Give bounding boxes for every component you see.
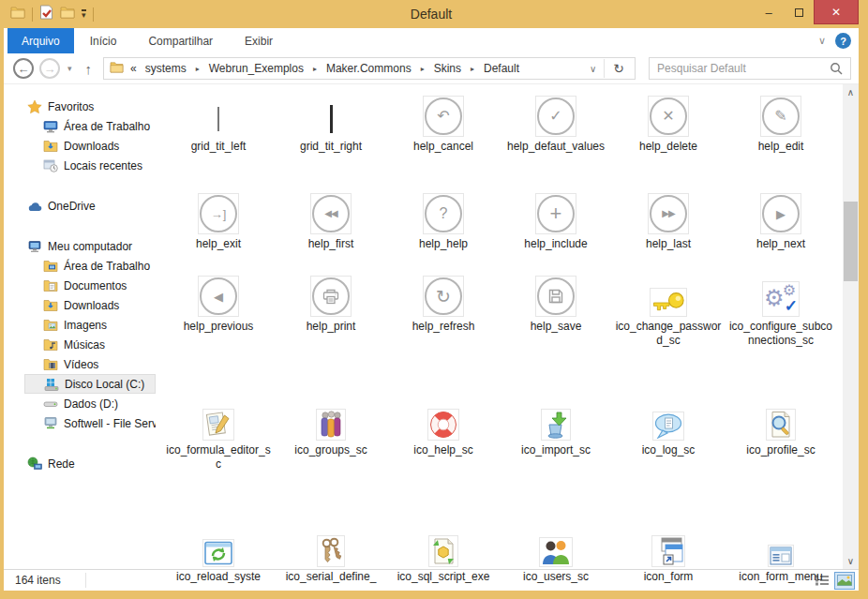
file-item[interactable]: icon_form_menu [725, 522, 837, 584]
file-item[interactable]: ✎ help_edit [725, 92, 837, 154]
file-item[interactable]: ◀ help_previous [162, 272, 275, 348]
sidebar-item-label: Rede [48, 457, 75, 471]
breadcrumb-separator-icon[interactable]: ▸ [310, 65, 320, 73]
file-item[interactable]: ico_reload_syste [162, 522, 275, 584]
sidebar-item-videos[interactable]: Vídeos [4, 354, 156, 374]
file-item[interactable]: ico_help_sc [387, 396, 500, 472]
address-bar[interactable]: « systems ▸ Webrun_Exemplos ▸ Maker.Comm… [103, 57, 636, 80]
scrollbar-thumb[interactable] [844, 202, 858, 281]
file-item[interactable]: help_save [500, 272, 612, 348]
sidebar-item-onedrive[interactable]: OneDrive [4, 196, 156, 216]
file-item[interactable]: ico_groups_sc [275, 396, 387, 472]
file-item[interactable]: ✓ help_defaut_values [500, 92, 612, 154]
refresh-icon[interactable]: ↻ [605, 61, 633, 76]
tab-compartilhar[interactable]: Compartilhar [132, 28, 229, 53]
sidebar-item-area-de-trabalho[interactable]: Área de Trabalho [4, 116, 156, 136]
breadcrumb-segment[interactable]: Webrun_Exemplos [207, 62, 306, 75]
sidebar-item-favoritos[interactable]: Favoritos [4, 97, 156, 116]
search-box[interactable] [649, 57, 851, 80]
tab-exibir[interactable]: Exibir [229, 28, 289, 53]
file-item[interactable]: ico_formula_editor_sc [162, 396, 275, 472]
file-item[interactable]: ico_change_password_sc [612, 272, 725, 348]
file-label: help_delete [639, 140, 697, 154]
file-item[interactable]: ico_import_sc [500, 396, 612, 472]
file-item[interactable]: ico_profile_sc [725, 396, 837, 472]
sidebar-item-downloads-pc[interactable]: Downloads [4, 295, 156, 315]
file-label: help_first [308, 237, 354, 251]
file-item[interactable]: + help_include [500, 189, 612, 251]
file-label: help_refresh [412, 320, 475, 334]
file-label: ico_users_sc [523, 570, 589, 584]
title-bar: ▾ Default – ✕ [4, 0, 859, 28]
search-input[interactable] [650, 62, 822, 75]
sidebar-item-downloads[interactable]: Downloads [4, 136, 156, 156]
file-item[interactable]: ↻ help_refresh [387, 272, 500, 348]
previous-circle-icon: ◀ [200, 277, 237, 315]
file-item[interactable]: →] help_exit [162, 189, 275, 251]
sidebar-item-musicas[interactable]: Músicas [4, 335, 156, 354]
breadcrumb-separator-icon[interactable]: ▸ [468, 65, 477, 73]
file-label: help_cancel [413, 140, 473, 154]
help-icon[interactable]: ? [835, 33, 851, 49]
breadcrumb-segment[interactable]: Skins [432, 62, 463, 75]
system-drive-icon [44, 377, 59, 392]
scroll-down-icon[interactable]: ∨ [843, 553, 859, 569]
sidebar-item-documentos[interactable]: Documentos [4, 276, 156, 295]
up-button[interactable]: ↑ [80, 61, 98, 77]
file-label: help_previous [184, 320, 254, 334]
file-item[interactable]: ✕ help_delete [612, 92, 725, 154]
sidebar-item-disco-local-c[interactable]: Disco Local (C:) [24, 374, 156, 394]
file-item[interactable]: ⚙⚙✓ ico_configure_subconnections_sc [725, 272, 837, 348]
breadcrumb-segment[interactable]: Maker.Commons [324, 62, 413, 75]
sidebar-item-meu-computador[interactable]: Meu computador [4, 236, 156, 256]
tab-inicio[interactable]: Início [74, 28, 133, 53]
file-item[interactable]: ▶▶ help_last [612, 189, 725, 251]
scroll-up-icon[interactable]: ∧ [843, 84, 859, 100]
form-menu-window-icon [768, 545, 794, 567]
status-separator [85, 573, 86, 588]
thumbnails-view-button[interactable] [834, 572, 855, 590]
vertical-scrollbar[interactable]: ∧ ∨ [843, 84, 859, 569]
minimize-button[interactable]: – [754, 0, 784, 24]
sidebar-item-label: Favoritos [48, 100, 94, 113]
file-item[interactable]: grid_tit_right [275, 92, 387, 154]
file-item[interactable]: ▶ help_next [725, 189, 837, 251]
sidebar-item-locais-recentes[interactable]: Locais recentes [4, 156, 156, 175]
file-item[interactable]: ico_users_sc [500, 522, 612, 584]
address-dropdown-icon[interactable]: ∨ [582, 64, 604, 74]
back-button[interactable]: ← [13, 58, 34, 79]
downloads-folder-icon [43, 298, 58, 313]
file-item[interactable]: ico_sql_script_exe [387, 522, 500, 584]
file-item[interactable]: ico_serial_define_ [275, 522, 387, 584]
breadcrumb-separator-icon[interactable]: ▸ [418, 65, 427, 73]
forward-button[interactable]: → [39, 58, 60, 79]
sidebar-item-softwell-file-server[interactable]: Softwell - File Server [4, 413, 156, 433]
ribbon-collapse-icon[interactable]: ∨ [818, 35, 826, 47]
breadcrumb-segment[interactable]: Default [482, 62, 521, 75]
sidebar-item-imagens[interactable]: Imagens [4, 315, 156, 335]
breadcrumb-separator-icon[interactable]: ▸ [193, 65, 202, 73]
documents-folder-icon [43, 278, 58, 293]
close-button[interactable]: ✕ [814, 0, 859, 24]
breadcrumb-segment[interactable]: systems [143, 62, 188, 75]
sidebar-item-rede[interactable]: Rede [4, 454, 156, 473]
file-item[interactable]: ◀◀ help_first [275, 189, 387, 251]
music-folder-icon [43, 337, 58, 352]
breadcrumb-collapsed[interactable]: « [128, 62, 139, 75]
maximize-button[interactable] [784, 0, 814, 24]
tab-arquivo[interactable]: Arquivo [7, 28, 74, 53]
cloud-icon [27, 199, 42, 214]
search-icon[interactable] [822, 62, 850, 75]
file-label: ico_log_sc [642, 443, 696, 457]
file-item[interactable]: help_print [275, 272, 387, 348]
import-arrow-glass-icon [541, 409, 571, 441]
file-item[interactable]: ↶ help_cancel [387, 92, 500, 154]
file-item[interactable]: ? help_help [387, 189, 500, 251]
sidebar-item-area-de-trabalho-pc[interactable]: Área de Trabalho [4, 256, 156, 276]
recent-locations-dropdown-icon[interactable]: ▾ [66, 64, 74, 73]
file-item[interactable]: grid_tit_left [162, 92, 275, 154]
file-item[interactable]: icon_form [612, 522, 725, 584]
sidebar-item-dados-d[interactable]: Dados (D:) [4, 394, 156, 413]
file-item[interactable]: ico_log_sc [612, 396, 725, 472]
yellow-key-icon [650, 288, 687, 317]
